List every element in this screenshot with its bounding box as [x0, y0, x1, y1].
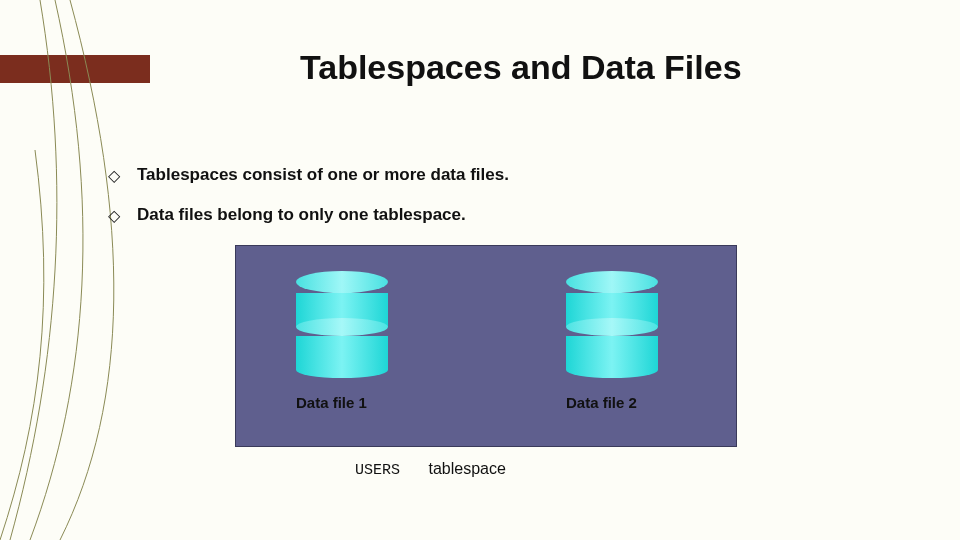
- slide: Tablespaces and Data Files Tablespaces c…: [0, 0, 960, 540]
- tablespace-word: tablespace: [428, 460, 505, 477]
- tablespace-name-code: USERS: [355, 462, 400, 479]
- slide-title: Tablespaces and Data Files: [300, 48, 742, 87]
- tablespace-diagram: Data file 1 Data file 2: [235, 245, 737, 447]
- bullet-text: Tablespaces consist of one or more data …: [137, 165, 509, 185]
- diamond-bullet-icon: [100, 202, 128, 230]
- datafile-1-label: Data file 1: [296, 394, 367, 411]
- bullet-item: Tablespaces consist of one or more data …: [105, 165, 509, 187]
- accent-bar: [0, 55, 150, 83]
- bullet-item: Data files belong to only one tablespace…: [105, 205, 509, 227]
- diagram-caption: USERS tablespace: [355, 460, 506, 479]
- datafile-cylinder-icon: [566, 271, 658, 378]
- bullet-list: Tablespaces consist of one or more data …: [105, 165, 509, 245]
- datafile-cylinder-icon: [296, 271, 388, 378]
- bullet-text: Data files belong to only one tablespace…: [137, 205, 466, 225]
- diamond-bullet-icon: [100, 162, 128, 190]
- datafile-2-label: Data file 2: [566, 394, 637, 411]
